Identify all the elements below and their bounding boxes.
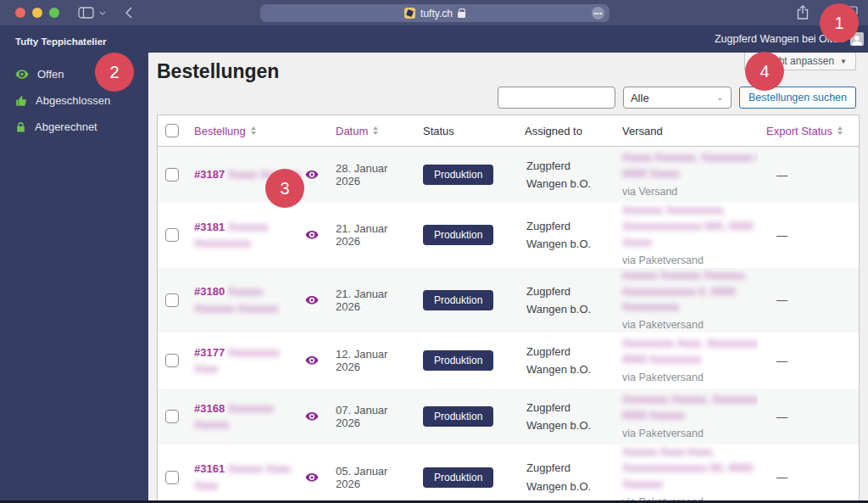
column-header-assigned-to: Assigned to — [516, 125, 614, 137]
status-badge: Produktion — [423, 165, 493, 185]
lock-icon — [15, 121, 26, 133]
status-filter-select[interactable]: Alle ⌄ — [623, 87, 732, 109]
status-badge: Produktion — [423, 290, 493, 310]
sort-icon — [373, 126, 378, 135]
shipping-method: via Paketversand — [622, 317, 758, 333]
row-checkbox[interactable] — [165, 228, 179, 242]
shipping-address-redacted: Xxxxx Xxxxxxx, Xxxxxxxxx 00,0000 Xxxxx — [622, 150, 758, 182]
site-title: Tufty Teppichatelier — [0, 25, 148, 47]
status-badge: Produktion — [423, 467, 493, 488]
annotation-marker-3: 3 — [265, 169, 304, 208]
preview-eye-icon[interactable] — [305, 231, 319, 239]
order-link[interactable]: #3177 Xxxxxxxxx Xxxx — [194, 344, 302, 377]
select-all-cell — [158, 124, 186, 137]
column-header-status: Status — [415, 125, 516, 137]
sidebar-item-label: Offen — [37, 68, 64, 81]
close-window-button[interactable] — [15, 8, 25, 18]
column-header-export-status[interactable]: Export Status — [758, 125, 860, 137]
table-row: #3161 Xxxxxx Xxxx-Xxxx 05. Januar 2026 P… — [158, 444, 859, 503]
page-title: Bestellungen — [157, 60, 279, 83]
preview-eye-icon[interactable] — [305, 296, 319, 305]
order-date: 12. Januar 2026 — [327, 348, 415, 373]
chevron-down-icon: ⌄ — [716, 93, 723, 102]
table-row: #3187 Xxxxx Xxxxxxx 28. Januar 2026 Prod… — [158, 147, 859, 203]
column-header-bestellung[interactable]: Bestellung — [186, 125, 327, 137]
window-controls — [15, 8, 59, 18]
search-orders-button[interactable]: Bestellungen suchen — [739, 87, 856, 109]
chevron-down-icon[interactable] — [99, 11, 106, 15]
browser-titlebar: tufty.ch ••• — [0, 0, 868, 25]
main-content: Ansicht anpassen ▼ Bestellungen Alle ⌄ B… — [148, 53, 868, 503]
shipping-method: via Paketversand — [622, 253, 758, 268]
order-date: 07. Januar 2026 — [327, 404, 415, 429]
assigned-to: Zugpferd Wangen b.O. — [516, 217, 609, 254]
shipping-method: via Paketversand — [622, 370, 758, 385]
share-icon[interactable] — [797, 5, 809, 20]
annotation-marker-1: 1 — [820, 3, 859, 42]
order-link[interactable]: #3168 Xxxxxxxx Xxxxxx — [194, 400, 302, 433]
annotation-marker-2: 2 — [95, 53, 134, 92]
caret-down-icon: ▼ — [840, 58, 847, 65]
minimize-window-button[interactable] — [32, 8, 42, 18]
order-date: 21. Januar 2026 — [327, 288, 415, 313]
shipping-address-redacted: Xxxxxxxxx Xxxx, Xxxxxxxxx 00,0000 Xxxxxx… — [622, 336, 758, 368]
order-date: 05. Januar 2026 — [327, 465, 415, 490]
select-all-checkbox[interactable] — [165, 124, 179, 137]
eye-icon — [15, 70, 29, 79]
url-text: tufty.ch — [420, 8, 453, 20]
export-status: — — [758, 355, 860, 367]
row-checkbox[interactable] — [165, 354, 179, 367]
status-badge: Produktion — [423, 350, 493, 371]
search-input[interactable] — [498, 87, 615, 109]
back-button[interactable] — [125, 7, 132, 19]
lock-icon — [458, 12, 465, 18]
row-checkbox[interactable] — [165, 293, 179, 307]
sidebar-toggle-icon[interactable] — [78, 7, 94, 19]
sidebar-item-abgeschlossen[interactable]: Abgeschlossen — [0, 90, 148, 111]
shipping-address-redacted: Xxxxxxxx Xxxxxx, Xxxxxxxxx 0,0000 Xxxxxx — [622, 392, 758, 424]
sort-icon — [837, 126, 843, 135]
preview-eye-icon[interactable] — [305, 170, 319, 179]
export-status: — — [758, 229, 860, 242]
row-checkbox[interactable] — [165, 410, 179, 423]
assigned-to: Zugpferd Wangen b.O. — [516, 343, 609, 379]
order-link[interactable]: #3161 Xxxxxx Xxxx-Xxxx — [194, 461, 302, 494]
filter-toolbar: Alle ⌄ Bestellungen suchen — [498, 87, 856, 109]
order-link[interactable]: #3180 Xxxxxx Xxxxxxx Xxxxxxx — [194, 283, 302, 316]
order-date: 28. Januar 2026 — [327, 162, 415, 187]
shipping-address-redacted: Xxxxxxx Xxxxxxxxxx,Xxxxxxxxxxxxxx 000, 0… — [622, 203, 758, 251]
sidebar-item-label: Abgeschlossen — [36, 94, 110, 107]
preview-eye-icon[interactable] — [305, 356, 319, 365]
row-checkbox[interactable] — [165, 168, 179, 182]
shipping-address-redacted: Xxxxxx Xxxxxxx Xxxxxxx,Xxxxxxxxxxxxx 0, … — [622, 268, 758, 316]
table-body: #3187 Xxxxx Xxxxxxx 28. Januar 2026 Prod… — [158, 147, 859, 503]
address-bar[interactable]: tufty.ch ••• — [260, 4, 609, 22]
preview-eye-icon[interactable] — [305, 412, 319, 421]
status-badge: Produktion — [423, 225, 493, 245]
export-status: — — [758, 169, 860, 182]
export-status: — — [758, 411, 860, 423]
page-settings-icon[interactable]: ••• — [592, 7, 604, 20]
table-row: #3177 Xxxxxxxxx Xxxx 12. Januar 2026 Pro… — [158, 333, 859, 388]
sidebar: Tufty Teppichatelier Offen Abgeschlossen… — [0, 25, 148, 503]
zoom-window-button[interactable] — [49, 8, 59, 18]
annotation-marker-4: 4 — [745, 52, 784, 91]
row-checkbox[interactable] — [165, 471, 179, 484]
sort-icon — [251, 126, 256, 135]
column-header-versand: Versand — [614, 125, 758, 137]
assigned-to: Zugpferd Wangen b.O. — [516, 399, 609, 435]
sidebar-item-abgerechnet[interactable]: Abgerechnet — [0, 116, 148, 137]
admin-bar: Zugpferd Wangen bei Olten — [148, 25, 868, 53]
order-link[interactable]: #3181 Xxxxxxx Xxxxxxxxxx — [194, 219, 302, 252]
preview-eye-icon[interactable] — [305, 473, 319, 482]
shipping-method: via Versand — [622, 184, 758, 199]
status-badge: Produktion — [423, 406, 493, 427]
shipping-method: via Paketversand — [622, 426, 758, 441]
export-status: — — [758, 471, 860, 483]
order-date: 21. Januar 2026 — [327, 222, 415, 248]
site-favicon — [404, 8, 415, 19]
table-header-row: Bestellung Datum Status Assigned to Vers… — [158, 115, 859, 147]
column-header-datum[interactable]: Datum — [327, 125, 415, 137]
export-status: — — [758, 293, 860, 306]
thumbs-up-icon — [15, 95, 27, 107]
